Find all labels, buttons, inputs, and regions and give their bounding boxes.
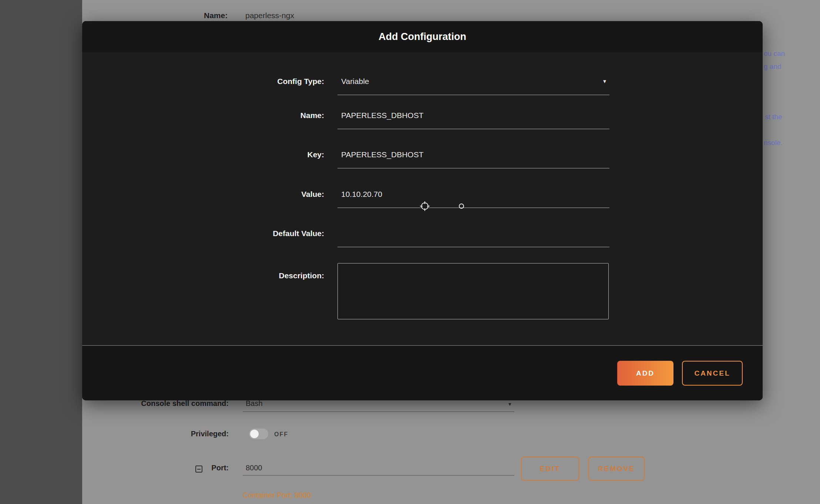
privileged-toggle[interactable] bbox=[249, 429, 268, 439]
screen: Name: paperless-ngx ou can g and st the … bbox=[0, 0, 820, 504]
edit-button[interactable]: EDIT bbox=[521, 457, 579, 481]
value-label: Value: bbox=[238, 190, 324, 199]
config-type-select[interactable]: Variable bbox=[341, 77, 563, 87]
bg-name-value: paperless-ngx bbox=[245, 11, 294, 20]
console-shell-underline bbox=[243, 411, 514, 412]
add-button[interactable]: ADD bbox=[617, 361, 673, 386]
name-underline bbox=[337, 129, 609, 129]
key-underline bbox=[337, 168, 609, 168]
port-label: Port: bbox=[203, 464, 229, 472]
minus-glyph bbox=[197, 469, 201, 470]
modal-title: Add Configuration bbox=[82, 31, 763, 43]
bg-text-fragment: nsole. bbox=[764, 139, 783, 147]
chevron-down-icon[interactable]: ▾ bbox=[508, 401, 511, 407]
selection-handle-icon bbox=[459, 204, 464, 209]
modal-header: Add Configuration bbox=[82, 21, 763, 52]
value-input[interactable]: 10.10.20.70 bbox=[341, 190, 563, 199]
config-type-underline bbox=[337, 95, 609, 95]
remove-button[interactable]: REMOVE bbox=[588, 457, 645, 481]
console-shell-label: Console shell command: bbox=[129, 399, 229, 408]
chevron-down-icon[interactable]: ▾ bbox=[603, 78, 606, 85]
port-input[interactable]: 8000 bbox=[246, 464, 262, 472]
description-label: Description: bbox=[238, 271, 324, 280]
container-port-text: Container Port: 8000 bbox=[243, 491, 311, 500]
value-underline bbox=[337, 208, 609, 208]
default-value-label: Default Value: bbox=[238, 229, 324, 238]
default-value-input[interactable] bbox=[341, 229, 563, 239]
key-input[interactable]: PAPERLESS_DBHOST bbox=[341, 150, 563, 160]
bg-text-fragment: ou can bbox=[764, 50, 785, 58]
bg-text-fragment: st the bbox=[765, 113, 782, 121]
mouse-cursor-icon bbox=[419, 201, 430, 212]
privileged-state-text: OFF bbox=[274, 431, 288, 438]
bg-text-fragment: g and bbox=[764, 63, 782, 71]
description-textarea[interactable] bbox=[337, 263, 609, 319]
privileged-label: Privileged: bbox=[129, 430, 229, 438]
toggle-knob bbox=[250, 430, 259, 438]
bg-name-label: Name: bbox=[204, 11, 228, 20]
key-label: Key: bbox=[238, 150, 324, 159]
default-value-underline bbox=[337, 247, 609, 247]
cancel-button[interactable]: CANCEL bbox=[682, 361, 743, 386]
port-underline bbox=[243, 475, 514, 476]
config-type-label: Config Type: bbox=[238, 77, 324, 86]
modal-separator bbox=[82, 345, 763, 346]
collapse-icon[interactable] bbox=[195, 466, 202, 473]
console-shell-select[interactable]: Bash bbox=[246, 399, 263, 408]
name-input[interactable]: PAPERLESS_DBHOST bbox=[341, 111, 563, 121]
name-label: Name: bbox=[238, 111, 324, 120]
